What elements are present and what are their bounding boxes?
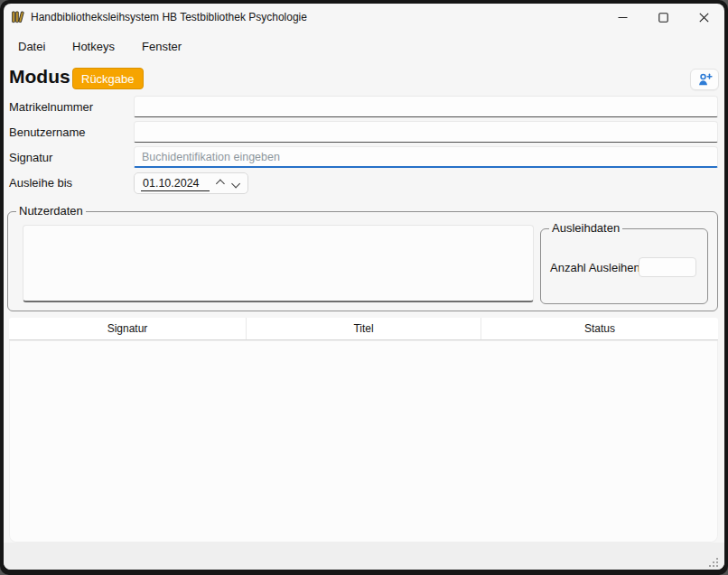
maximize-button[interactable] <box>643 4 684 31</box>
date-increment-button[interactable] <box>210 174 228 192</box>
nutzerdaten-legend: Nutzerdaten <box>16 204 86 218</box>
table-header-titel[interactable]: Titel <box>247 318 481 339</box>
resize-grip[interactable] <box>708 555 719 566</box>
app-books-icon <box>11 10 25 24</box>
mode-badge: Rückgabe <box>72 68 144 89</box>
nutzerdaten-groupbox: Nutzerdaten Ausleihdaten Anzahl Ausleihe… <box>7 211 718 311</box>
matrikelnummer-label: Matrikelnummer <box>9 100 93 114</box>
status-strip <box>4 543 724 570</box>
minimize-icon <box>618 13 628 23</box>
minimize-button[interactable] <box>602 4 643 31</box>
app-window: Handbibliotheksleihsystem HB Testbibliot… <box>0 0 728 575</box>
chevron-up-icon <box>215 179 224 188</box>
menu-item-datei[interactable]: Datei <box>14 38 49 55</box>
table-body-empty[interactable] <box>9 340 718 543</box>
window-controls <box>602 4 724 31</box>
anzahl-ausleihen-label: Anzahl Ausleihen <box>550 261 640 274</box>
table-header-signatur[interactable]: Signatur <box>9 318 247 339</box>
ausleihe-bis-datepicker[interactable]: 01.10.2024 <box>134 172 248 194</box>
maximize-icon <box>658 13 668 23</box>
mode-heading: Modus <box>9 66 70 88</box>
benutzername-input[interactable] <box>134 121 718 143</box>
menu-item-fenster[interactable]: Fenster <box>138 38 185 55</box>
nutzerdaten-textarea[interactable] <box>23 225 534 302</box>
table-header-row: Signatur Titel Status <box>9 318 718 340</box>
anzahl-ausleihen-input[interactable] <box>639 257 696 277</box>
chevron-down-icon <box>231 179 240 188</box>
ausleihe-bis-label: Ausleihe bis <box>9 176 72 190</box>
person-add-icon <box>696 71 714 88</box>
ausleihdaten-legend: Ausleihdaten <box>549 221 622 236</box>
ausleihdaten-groupbox: Ausleihdaten Anzahl Ausleihen <box>540 228 708 304</box>
benutzername-label: Benutzername <box>9 125 86 139</box>
add-user-button[interactable] <box>690 69 719 90</box>
menu-item-hotkeys[interactable]: Hotkeys <box>69 38 118 55</box>
date-decrement-button[interactable] <box>228 174 246 192</box>
window-content: Handbibliotheksleihsystem HB Testbibliot… <box>4 4 724 570</box>
signatur-label: Signatur <box>9 151 52 164</box>
close-button[interactable] <box>684 4 724 31</box>
matrikelnummer-input[interactable] <box>134 96 718 117</box>
title-bar: Handbibliotheksleihsystem HB Testbibliot… <box>4 4 724 31</box>
date-value[interactable]: 01.10.2024 <box>141 175 210 191</box>
window-title: Handbibliotheksleihsystem HB Testbibliot… <box>31 4 307 31</box>
table-header-status[interactable]: Status <box>481 318 718 339</box>
signatur-input[interactable] <box>134 146 718 168</box>
close-icon <box>699 13 709 23</box>
